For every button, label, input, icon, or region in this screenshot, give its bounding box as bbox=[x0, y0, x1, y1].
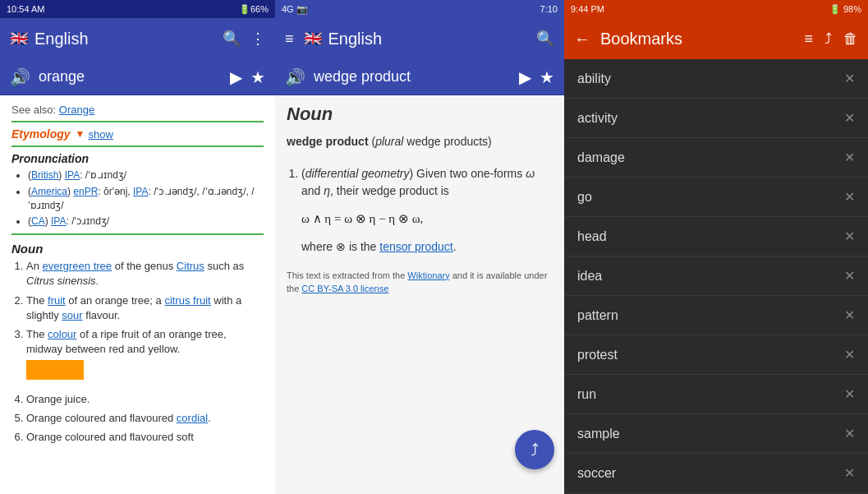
bookmark-ability[interactable]: ability ✕ bbox=[564, 59, 868, 99]
menu-icon-1[interactable]: ⋮ bbox=[250, 30, 265, 48]
play-button-2[interactable]: ▶ bbox=[519, 67, 531, 87]
battery-3: 🔋 98% bbox=[829, 4, 861, 15]
panel-wedge-dictionary: 4G 📷 7:10 ≡ 🇬🇧 English 🔍 🔊 wedge product… bbox=[275, 0, 564, 494]
bookmark-idea[interactable]: idea ✕ bbox=[564, 256, 868, 296]
status-bar-3: 9:44 PM 🔋 98% bbox=[564, 0, 868, 18]
license-link[interactable]: CC BY-SA 3.0 license bbox=[301, 284, 388, 293]
etymology-row: Etymology ▼ show bbox=[11, 127, 264, 141]
panel-orange-dictionary: 10:54 AM 🔋66% 🇬🇧 English 🔍 ⋮ 🔊 orange ▶ … bbox=[0, 0, 275, 494]
pronunciation-section: Pronunciation (British) IPA: /ˈɒ.ɹɪndʒ/ … bbox=[11, 152, 264, 229]
def-5: Orange coloured and flavoured cordial. bbox=[26, 411, 264, 426]
bookmarks-title: Bookmarks bbox=[600, 30, 804, 48]
bookmark-label: go bbox=[577, 190, 592, 205]
noun-heading-2: Noun bbox=[287, 104, 553, 125]
remove-head[interactable]: ✕ bbox=[844, 229, 855, 244]
see-also-link[interactable]: Orange bbox=[59, 104, 94, 116]
search-icon-2[interactable]: 🔍 bbox=[536, 30, 554, 48]
sort-icon[interactable]: ≡ bbox=[804, 30, 813, 48]
toolbar-icons: ≡ ⤴ 🗑 bbox=[804, 30, 858, 48]
back-button[interactable]: ← bbox=[574, 30, 590, 48]
share-icon-3[interactable]: ⤴ bbox=[824, 30, 832, 48]
where-text: where ⊗ is the tensor product. bbox=[301, 238, 553, 256]
remove-soccer[interactable]: ✕ bbox=[844, 465, 855, 481]
time-3: 9:44 PM bbox=[571, 4, 604, 14]
bookmark-label: ability bbox=[577, 72, 611, 86]
bookmark-run[interactable]: run ✕ bbox=[564, 375, 868, 414]
star-button-2[interactable]: ★ bbox=[540, 67, 554, 87]
bookmark-protest[interactable]: protest ✕ bbox=[564, 335, 868, 375]
see-also: See also: Orange bbox=[11, 104, 264, 116]
bookmark-head[interactable]: head ✕ bbox=[564, 217, 868, 256]
app-bar-2: ≡ 🇬🇧 English 🔍 bbox=[275, 18, 564, 59]
app-bar-3: ← Bookmarks ≡ ⤴ 🗑 bbox=[564, 18, 868, 59]
time-1: 10:54 AM bbox=[7, 4, 44, 14]
footer-text: This text is extracted from the Wiktiona… bbox=[287, 269, 553, 296]
flag-icon-1: 🇬🇧 bbox=[10, 30, 28, 48]
def-2: The fruit of an orange tree; a citrus fr… bbox=[26, 293, 264, 323]
plural-note: plural bbox=[375, 135, 403, 148]
remove-ability[interactable]: ✕ bbox=[844, 71, 855, 86]
etymology-show[interactable]: show bbox=[88, 128, 113, 141]
def-3: The colour of a ripe fruit of an orange … bbox=[26, 327, 264, 388]
remove-activity[interactable]: ✕ bbox=[844, 110, 855, 126]
remove-idea[interactable]: ✕ bbox=[844, 268, 855, 284]
orange-color-swatch bbox=[26, 360, 84, 380]
share-icon: ⤴ bbox=[530, 441, 539, 459]
pron-item-1: (British) IPA: /ˈɒ.ɹɪndʒ/ bbox=[28, 169, 264, 182]
time-2: 7:10 bbox=[540, 4, 558, 14]
remove-run[interactable]: ✕ bbox=[844, 386, 855, 402]
pronunciation-label: Pronunciation bbox=[11, 152, 264, 165]
play-button-1[interactable]: ▶ bbox=[230, 67, 242, 87]
app-bar-1: 🇬🇧 English 🔍 ⋮ bbox=[0, 18, 275, 59]
bookmark-label: pattern bbox=[577, 308, 618, 323]
share-fab[interactable]: ⤴ bbox=[515, 430, 554, 469]
bookmark-label: activity bbox=[577, 111, 618, 126]
word-text-2: wedge product bbox=[314, 68, 511, 85]
bookmark-damage[interactable]: damage ✕ bbox=[564, 138, 868, 178]
pron-item-3: (CA) IPA: /ˈɔɹɪndʒ/ bbox=[28, 215, 264, 229]
speaker-icon-1[interactable]: 🔊 bbox=[10, 67, 30, 87]
tensor-link[interactable]: tensor product bbox=[379, 240, 453, 253]
app-title-2: English bbox=[328, 30, 526, 48]
def-6: Orange coloured and flavoured soft bbox=[26, 430, 264, 445]
delete-icon[interactable]: 🗑 bbox=[843, 30, 858, 48]
remove-pattern[interactable]: ✕ bbox=[844, 307, 855, 323]
panel-bookmarks: 9:44 PM 🔋 98% ← Bookmarks ≡ ⤴ 🗑 ability … bbox=[564, 0, 868, 494]
bookmark-label: soccer bbox=[577, 466, 616, 481]
app-title-1: English bbox=[34, 30, 213, 48]
etymology-label: Etymology bbox=[11, 127, 71, 141]
bookmark-go[interactable]: go ✕ bbox=[564, 178, 868, 217]
divider-1 bbox=[11, 121, 264, 122]
bookmark-label: idea bbox=[577, 269, 602, 284]
bookmark-pattern[interactable]: pattern ✕ bbox=[564, 296, 868, 335]
remove-protest[interactable]: ✕ bbox=[844, 347, 855, 362]
see-also-label: See also: bbox=[11, 104, 56, 116]
search-icon-1[interactable]: 🔍 bbox=[223, 30, 241, 48]
pronunciation-list: (British) IPA: /ˈɒ.ɹɪndʒ/ (America) enPR… bbox=[11, 169, 264, 229]
bookmark-label: damage bbox=[577, 150, 625, 165]
def-list-2: (differential geometry) Given two one-fo… bbox=[287, 165, 553, 256]
etymology-arrow: ▼ bbox=[76, 128, 85, 140]
bookmark-label: run bbox=[577, 387, 596, 402]
bookmarks-list: ability ✕ activity ✕ damage ✕ go ✕ head … bbox=[564, 59, 868, 494]
remove-sample[interactable]: ✕ bbox=[844, 426, 855, 441]
bookmark-activity[interactable]: activity ✕ bbox=[564, 99, 868, 138]
flag-icon-2: 🇬🇧 bbox=[304, 30, 322, 48]
star-button-1[interactable]: ★ bbox=[250, 67, 265, 87]
status-icons-1: 🔋66% bbox=[239, 4, 269, 15]
remove-damage[interactable]: ✕ bbox=[844, 150, 855, 165]
word-bar-1: 🔊 orange ▶ ★ bbox=[0, 59, 275, 95]
remove-go[interactable]: ✕ bbox=[844, 189, 855, 205]
bookmark-soccer[interactable]: soccer ✕ bbox=[564, 454, 868, 493]
signal-2: 4G 📷 bbox=[282, 4, 308, 15]
def-1: An evergreen tree of the genus Citrus su… bbox=[26, 259, 264, 289]
bookmark-sample[interactable]: sample ✕ bbox=[564, 414, 868, 454]
content-1: See also: Orange Etymology ▼ show Pronun… bbox=[0, 95, 275, 494]
divider-2 bbox=[11, 145, 264, 147]
hamburger-icon[interactable]: ≡ bbox=[285, 30, 294, 48]
bookmark-label: protest bbox=[577, 348, 618, 362]
speaker-icon-2[interactable]: 🔊 bbox=[285, 67, 305, 87]
pron-item-2: (America) enPR: ŏr'ənj, IPA: /ˈɔ.ɹəndʒ/,… bbox=[28, 185, 264, 213]
wiktionary-link[interactable]: Wiktionary bbox=[407, 270, 449, 280]
word-bold: wedge product bbox=[287, 135, 369, 148]
